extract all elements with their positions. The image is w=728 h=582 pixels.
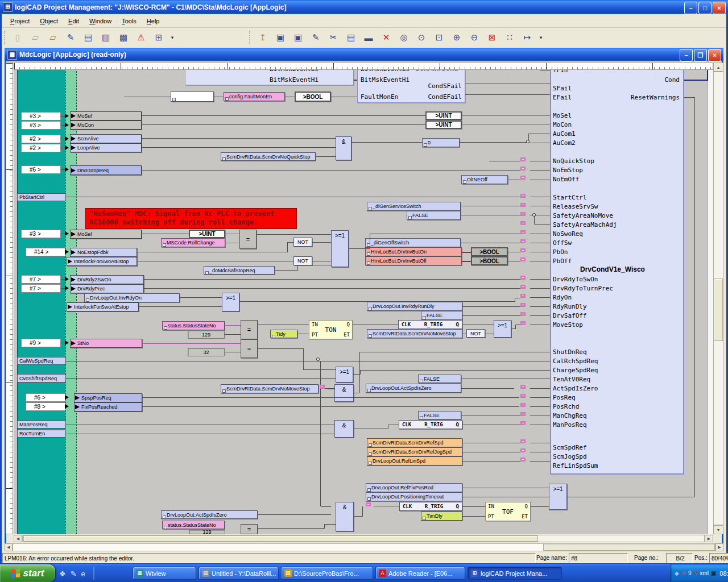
quicklaunch-icon-1[interactable]: ❖ bbox=[59, 569, 66, 578]
cascade-windows-button[interactable]: ▩ bbox=[115, 30, 131, 45]
frame-scroll-right-button[interactable]: ▶ bbox=[715, 543, 723, 551]
tile-vertical-button[interactable]: ▥ bbox=[98, 30, 114, 45]
interlockforswoatestop[interactable]: InterlockForSwoAtEstop bbox=[67, 302, 139, 311]
toolbar-handle-2[interactable] bbox=[249, 31, 253, 44]
frame-scroll-left-button[interactable]: ◀ bbox=[5, 543, 13, 551]
tray-icon-4[interactable]: V bbox=[694, 570, 698, 577]
quicklaunch-ie-icon[interactable]: e bbox=[81, 569, 85, 578]
close-button[interactable]: × bbox=[713, 2, 726, 14]
zoom-in-button[interactable]: ⊕ bbox=[449, 30, 465, 45]
mosel[interactable]: MoSel bbox=[70, 111, 142, 120]
scroll-up-button[interactable]: ▲ bbox=[713, 63, 723, 72]
node[interactable]: = bbox=[239, 230, 257, 249]
interlockforswoatestop[interactable]: InterlockForSwoAtEstop bbox=[67, 257, 137, 266]
node[interactable]: & bbox=[336, 502, 354, 531]
0[interactable]: 0 bbox=[422, 138, 460, 147]
1[interactable]: >=1 bbox=[549, 484, 567, 510]
129[interactable]: 129 bbox=[189, 530, 225, 534]
node[interactable]: & bbox=[334, 420, 354, 438]
digenserviceswitch[interactable]: _diGenServiceSwitch bbox=[367, 202, 461, 211]
oltneoff[interactable]: OltNEOff bbox=[461, 175, 508, 184]
drvloopout-invrdyrundly[interactable]: DrvLoopOut.InvRdyRunDly bbox=[367, 302, 462, 311]
not[interactable]: NOT bbox=[466, 329, 485, 338]
scmdrvrtdata-scmdrvnoquickstop[interactable]: ScmDrvRtData.ScmDrvNoQuickStop bbox=[221, 152, 316, 161]
node[interactable]: & bbox=[336, 136, 351, 160]
false[interactable]: FALSE bbox=[418, 411, 461, 419]
node[interactable]: = bbox=[241, 524, 258, 534]
cvcshiftspdreq[interactable]: CvcShiftSpdReq bbox=[17, 374, 66, 383]
1[interactable]: >=1 bbox=[222, 293, 239, 311]
connector-tag-3[interactable]: #3 > bbox=[21, 121, 61, 130]
menu-window[interactable]: Window bbox=[85, 16, 115, 26]
draw-edit-button[interactable]: ✎ bbox=[308, 30, 324, 45]
connector-tag-3[interactable]: #3 > bbox=[21, 112, 61, 120]
status-statusstateno[interactable]: status.StatusStateNo bbox=[162, 521, 225, 529]
loopalive[interactable]: LoopAlive bbox=[70, 143, 142, 152]
connector-tag-3[interactable]: #3 > bbox=[21, 230, 61, 238]
node[interactable]: = bbox=[241, 339, 258, 358]
open-button[interactable]: ▱ bbox=[27, 30, 43, 45]
connector-tag-6[interactable]: #6 > bbox=[21, 165, 61, 174]
connector-tag-2[interactable]: #2 > bbox=[21, 144, 61, 152]
scroll-left-button[interactable]: ◀ bbox=[14, 535, 22, 542]
drvestopreq[interactable]: DrvEStopReq bbox=[70, 165, 142, 175]
child-minimize-button[interactable]: – bbox=[680, 49, 693, 61]
spspposreq[interactable]: SpspPosReq bbox=[74, 393, 142, 402]
tof-timer-block[interactable]: INPTQETTOF bbox=[485, 502, 531, 521]
digenoffswitch[interactable]: _diGenOffSwitch bbox=[365, 238, 461, 247]
connection-dropdown[interactable]: ▾ bbox=[537, 30, 545, 45]
129[interactable]: 129 bbox=[188, 330, 225, 339]
properties-button[interactable]: ✎ bbox=[63, 30, 78, 45]
32[interactable]: 32 bbox=[188, 348, 225, 356]
stno[interactable]: StNo bbox=[70, 339, 142, 348]
hmilocbut-drvinvbutoff[interactable]: HmiLocBut.DrvInvButOff bbox=[365, 256, 462, 265]
grid-button[interactable]: ∷ bbox=[502, 30, 518, 45]
drvloopout-actspdiszero[interactable]: DrvLoopOut.ActSpdIsZero bbox=[161, 510, 258, 519]
mocon[interactable]: MoCon bbox=[70, 120, 142, 130]
menu-project[interactable]: Project bbox=[6, 16, 34, 26]
drvloopout-positioningtimeout[interactable]: DrvLoopOut.PositioningTimeout bbox=[366, 492, 462, 501]
minimize-button[interactable]: – bbox=[684, 2, 697, 14]
connector-tag-14[interactable]: #14 > bbox=[26, 248, 65, 256]
connector-tag-7[interactable]: #7 > bbox=[21, 284, 61, 293]
taskbar-item-adobe-reader-e06[interactable]: AAdobe Reader - [E06... bbox=[375, 567, 465, 580]
mscode-rollchange[interactable]: MSCode.RollChange bbox=[161, 238, 225, 247]
new-window-button[interactable]: ⊞ bbox=[151, 30, 167, 45]
frame-horizontal-scroll-thumb[interactable] bbox=[543, 544, 715, 551]
connector-tag-8[interactable]: #8 > bbox=[26, 402, 65, 411]
paste-button[interactable]: ▬ bbox=[361, 30, 377, 45]
false[interactable]: FALSE bbox=[421, 311, 462, 320]
ton-timer-block[interactable]: INPTQETTON bbox=[309, 320, 353, 339]
manposreq[interactable]: ManPosReq bbox=[17, 421, 66, 429]
tile-horizontal-button[interactable]: ▤ bbox=[80, 30, 96, 45]
drvrdyprec[interactable]: DrvRdyPrec bbox=[70, 284, 144, 293]
menu-object[interactable]: Object bbox=[36, 16, 62, 26]
zoom-window-button[interactable]: ⊡ bbox=[431, 30, 447, 45]
connection-mode-button[interactable]: ↦ bbox=[519, 30, 535, 45]
menu-help[interactable]: Help bbox=[143, 16, 164, 26]
tray-icon-6[interactable]: ▣ bbox=[711, 570, 716, 577]
maximize-button[interactable]: □ bbox=[698, 2, 712, 14]
check-diagram-button[interactable]: ◎ bbox=[396, 30, 412, 45]
horizontal-scroll-thumb[interactable] bbox=[23, 535, 538, 542]
scmalive[interactable]: ScmAlive bbox=[70, 134, 142, 143]
open-folder-button[interactable]: ▱ bbox=[45, 30, 61, 45]
child-restore-button[interactable]: ❐ bbox=[694, 49, 707, 61]
taskbar-item-d-sourceprobas-fro[interactable]: ▨D:\SourceProBas\Fro... bbox=[281, 567, 373, 580]
pbstartctrl[interactable]: PbStartCtrl bbox=[17, 193, 66, 201]
fixposreached[interactable]: FixPosReached bbox=[74, 402, 142, 411]
scmdrvrtdata-scmdrvnomovestop[interactable]: ScmDrvRtData.ScmDrvNoMoveStop bbox=[221, 384, 318, 393]
hmilocbut-drvinvbuton[interactable]: HmiLocBut.DrvInvButOn bbox=[365, 247, 462, 256]
noestopfdbk[interactable]: NoEstopFdbk bbox=[70, 248, 137, 257]
calwuspdreq[interactable]: CalWuSpdReq bbox=[17, 357, 66, 365]
vertical-scroll-thumb[interactable] bbox=[714, 278, 723, 341]
scroll-right-button[interactable]: ▶ bbox=[705, 535, 713, 542]
bool[interactable]: >BOOL bbox=[471, 256, 508, 265]
save-all-button[interactable]: ▣ bbox=[290, 30, 306, 45]
parent-folder-button[interactable]: ↥ bbox=[255, 30, 271, 45]
drvloopout-actspdiszero[interactable]: DrvLoopOut.ActSpdIsZero bbox=[366, 384, 461, 393]
config-faultmonen[interactable]: config.FaultMonEn bbox=[224, 92, 285, 101]
false[interactable]: FALSE bbox=[418, 375, 461, 383]
tray-icon-3[interactable]: 9 bbox=[688, 570, 692, 577]
drvloopout-invrdyon[interactable]: DrvLoopOut.InvRdyOn bbox=[84, 293, 180, 302]
